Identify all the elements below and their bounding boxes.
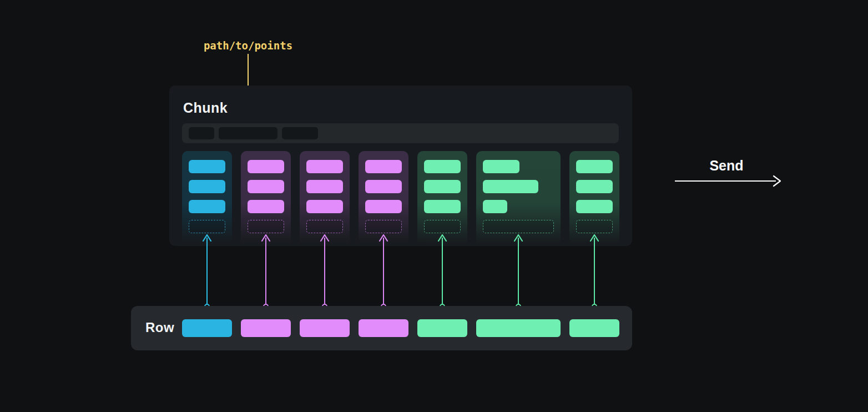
chunk-title: Chunk [183,100,228,116]
chunk-column-col-2 [241,151,291,246]
chunk-column-col-6 [476,151,561,246]
chunk-column-col-7 [569,151,619,246]
arrow-right-icon [773,175,781,187]
send-label: Send [709,158,743,174]
toolbar-pill [282,127,318,139]
row-block [182,319,232,337]
arrow-up-icon [513,234,523,242]
flow-arrow-line [518,238,519,304]
chunk-cell-block [483,180,538,193]
chunk-cell-block [576,200,613,213]
chunk-column-col-3 [300,151,350,246]
row-block [300,319,350,337]
placeholder-slot [576,220,613,233]
placeholder-slot [306,220,343,233]
toolbar-pill [219,127,277,139]
row-block [359,319,408,337]
chunk-cell-block [189,160,225,173]
flow-arrow-line [206,238,208,304]
chunk-cell-block [576,180,613,193]
arrow-up-icon [437,234,447,242]
chunk-column-col-4 [359,151,408,246]
chunk-cell-block [306,160,343,173]
row-block [569,319,619,337]
flow-arrow-line [442,238,443,304]
placeholder-slot [365,220,402,233]
chunk-cell-block [365,200,402,213]
flow-arrow-line [324,238,325,304]
chunk-cell-block [248,180,284,193]
chunk-cell-block [306,180,343,193]
chunk-cell-block [365,160,402,173]
send-arrow-line [675,180,776,182]
flow-arrow-line [594,238,595,304]
placeholder-slot [189,220,225,233]
toolbar-pill [189,127,214,139]
placeholder-slot [483,220,554,233]
row-block [476,319,561,337]
row-block [417,319,467,337]
arrow-up-icon [202,234,212,242]
arrow-up-icon [589,234,599,242]
chunk-cell-block [306,200,343,213]
row-label: Row [145,320,174,335]
chunk-column-col-1 [182,151,232,246]
placeholder-slot [424,220,461,233]
chunk-cell-block [424,160,461,173]
flow-arrow-line [383,238,384,304]
chunk-cell-block [483,200,507,213]
row-block [241,319,291,337]
chunk-panel: Chunk [169,86,632,246]
chunk-column-col-5 [417,151,467,246]
chunk-toolbar [182,123,619,143]
chunk-cell-block [248,160,284,173]
chunk-cell-block [189,200,225,213]
chunk-cell-block [365,180,402,193]
chunk-cell-block [424,180,461,193]
chunk-cell-block [424,200,461,213]
diagram-canvas: path/to/points Chunk Row Send [0,0,868,412]
arrow-up-icon [379,234,388,242]
chunk-cell-block [248,200,284,213]
chunk-cell-block [576,160,613,173]
flow-arrow-line [265,238,266,304]
arrow-up-icon [320,234,330,242]
path-annotation-label: path/to/points [204,39,292,52]
chunk-cell-block [189,180,225,193]
chunk-cell-block [483,160,519,173]
arrow-up-icon [261,234,271,242]
placeholder-slot [248,220,284,233]
